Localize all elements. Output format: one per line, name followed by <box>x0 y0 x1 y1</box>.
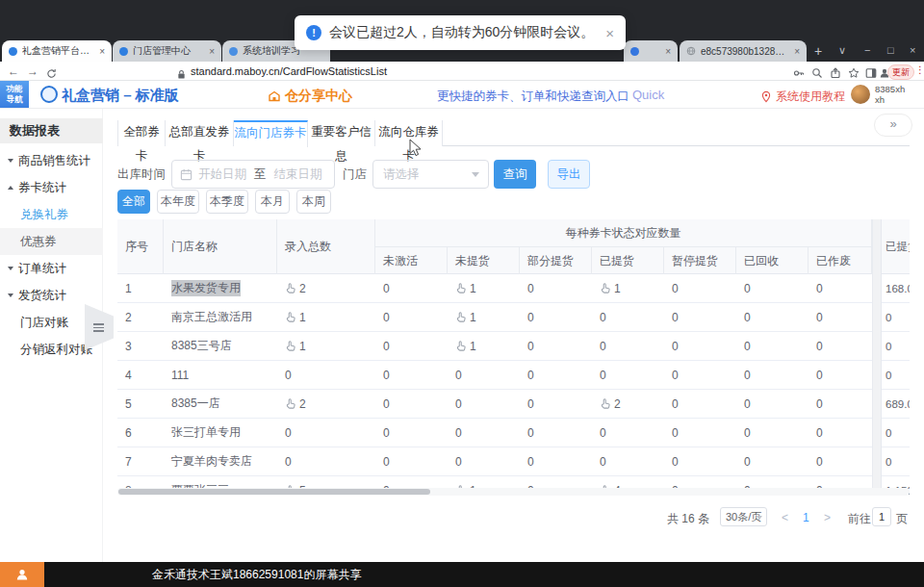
user-avatar[interactable] <box>851 85 870 104</box>
cell-value: 0 <box>736 274 808 302</box>
cell-link[interactable]: 1 <box>277 332 375 360</box>
cell-value: 0 <box>375 303 448 331</box>
cell-link[interactable]: 1 <box>448 476 520 488</box>
share-center-link[interactable]: 仓分享中心 <box>268 88 352 105</box>
page-size-select[interactable]: 30条/页 <box>720 507 767 526</box>
filter-row: 出库时间 开始日期 至 结束日期 门店 请选择 查询 导出 <box>117 160 590 189</box>
store-select[interactable]: 请选择 <box>372 160 489 189</box>
vertical-scrollbar[interactable] <box>872 219 881 488</box>
cell-amount: 0 <box>882 303 910 332</box>
cell-value: 0 <box>520 390 592 418</box>
forward-icon[interactable]: → <box>27 64 38 78</box>
tutorial-label: 系统使用教程 <box>776 89 845 105</box>
cell-value: 0 <box>664 303 736 331</box>
tab-3[interactable]: 重要客户信息 <box>308 120 375 146</box>
window-close-button[interactable]: × <box>910 42 915 58</box>
cell-value: 0 <box>375 332 448 360</box>
tab-1[interactable]: 总部直发券卡 <box>166 120 234 146</box>
back-icon[interactable]: ← <box>8 64 19 78</box>
cell-value: 0 <box>592 419 664 447</box>
quick-range-4[interactable]: 本周 <box>296 190 331 214</box>
globe-icon <box>686 46 696 56</box>
chrome-update-button[interactable]: 更新 <box>887 64 914 80</box>
url-text[interactable]: standard.maboy.cn/CardFlowStatisticsList <box>191 65 387 77</box>
function-nav-button[interactable]: 功能 导航 <box>0 81 29 108</box>
cell-value: 0 <box>664 361 736 389</box>
horizontal-scrollbar-thumb[interactable] <box>118 489 430 495</box>
window-minimize-button[interactable]: − <box>864 42 870 58</box>
favicon <box>9 47 17 56</box>
date-filter-label: 出库时间 <box>117 166 166 183</box>
store-name[interactable]: 水果发货专用 <box>171 280 241 296</box>
sidebar-item-4[interactable]: 订单统计 <box>0 255 103 282</box>
tab-0[interactable]: 全部券卡 <box>117 120 166 146</box>
cell-link[interactable]: 1 <box>277 303 375 331</box>
sidebar-item-3[interactable]: 优惠券 <box>0 228 103 255</box>
sidebar-item-0[interactable]: 商品销售统计 <box>0 147 103 174</box>
tab-close-icon[interactable]: × <box>99 46 105 57</box>
tab-close-icon[interactable]: × <box>209 46 215 57</box>
goto-page-input[interactable]: 1 <box>872 507 891 526</box>
store-name[interactable]: 8385一店 <box>171 396 220 412</box>
cell-link[interactable]: 1 <box>448 274 520 302</box>
cell-value: 0 <box>808 447 872 475</box>
export-button[interactable]: 导出 <box>548 160 590 189</box>
quick-range-1[interactable]: 本年度 <box>157 190 199 214</box>
browser-menu-icon[interactable]: ⋮ <box>915 64 924 75</box>
cell-link[interactable]: 1 <box>448 332 520 360</box>
search-button[interactable]: 查询 <box>494 160 536 189</box>
sidebar-item-1[interactable]: 券卡统计 <box>0 174 103 201</box>
current-page[interactable]: 1 <box>803 511 809 524</box>
browser-tab-5[interactable]: e8c573980b1328a258fd2e61 × <box>680 40 807 62</box>
location-pin-icon <box>760 90 772 103</box>
horizontal-scrollbar[interactable] <box>117 488 910 496</box>
tutorial-link[interactable]: 系统使用教程 <box>760 89 845 105</box>
pagination-total: 共 16 条 <box>667 511 709 527</box>
prev-page-button[interactable]: < <box>782 511 788 524</box>
banner-close-icon[interactable]: × <box>605 25 614 41</box>
cell-link[interactable]: 1 <box>448 303 520 331</box>
cell-value: 0 <box>808 332 872 360</box>
tab-close-icon[interactable]: × <box>665 46 671 57</box>
tab-close-icon[interactable]: × <box>794 46 800 57</box>
cell-link[interactable]: 2 <box>277 274 375 302</box>
cell-link[interactable]: 4 <box>592 476 664 488</box>
brand-title: 礼盒营销 – 标准版 <box>62 87 179 105</box>
quick-range-3[interactable]: 本月 <box>255 190 290 214</box>
sidebar-item-label: 券卡统计 <box>18 180 66 196</box>
cell-value: 0 <box>520 332 592 360</box>
window-maximize-button[interactable]: □ <box>887 42 894 58</box>
cell-value: 0 <box>520 274 592 302</box>
cell-link[interactable]: 1 <box>592 274 664 302</box>
sidebar-item-2[interactable]: 兑换礼券 <box>0 201 103 228</box>
date-range-input[interactable]: 开始日期 至 结束日期 <box>171 160 335 189</box>
tab-2[interactable]: 流向门店券卡 <box>234 120 308 147</box>
cell-value: 0 <box>736 361 808 389</box>
sidebar-item-5[interactable]: 发货统计 <box>0 282 103 309</box>
tab-search-icon[interactable]: ∨ <box>838 42 846 58</box>
browser-tab-1[interactable]: 礼盒营销平台管理中心 × <box>2 40 112 62</box>
quick-label[interactable]: Quick <box>632 88 664 102</box>
store-name[interactable]: 宁夏羊肉专卖店 <box>171 453 252 470</box>
quick-range-0[interactable]: 全部 <box>117 190 150 214</box>
store-name[interactable]: 南京王总激活用 <box>171 309 252 325</box>
cell-link[interactable]: 5 <box>277 476 375 488</box>
browser-tab-4[interactable]: × <box>624 40 678 62</box>
new-tab-button[interactable]: + <box>814 42 822 60</box>
next-page-button[interactable]: > <box>824 511 831 524</box>
cell-link[interactable]: 2 <box>277 390 375 418</box>
participant-badge[interactable] <box>0 562 44 587</box>
subheader-6: 已作废 <box>808 247 872 274</box>
cell-link[interactable]: 2 <box>592 390 664 418</box>
sidebar-collapse-handle[interactable] <box>85 304 114 350</box>
store-name[interactable]: 111 <box>171 369 189 382</box>
store-name[interactable]: 8385三号店 <box>171 338 232 354</box>
browser-tab-2[interactable]: 门店管理中心 × <box>113 40 221 62</box>
share-center-label: 仓分享中心 <box>285 88 352 105</box>
workspace: 数据报表 商品销售统计券卡统计兑换礼券优惠券订单统计发货统计门店对账分销返利对账… <box>0 109 924 562</box>
table-row: 58385一店20002000 <box>117 390 881 419</box>
nav-label-line2: 导航 <box>0 94 29 105</box>
quick-range-2[interactable]: 本季度 <box>206 190 248 214</box>
mouse-cursor <box>409 139 422 161</box>
store-name[interactable]: 张三打单专用 <box>171 424 241 441</box>
